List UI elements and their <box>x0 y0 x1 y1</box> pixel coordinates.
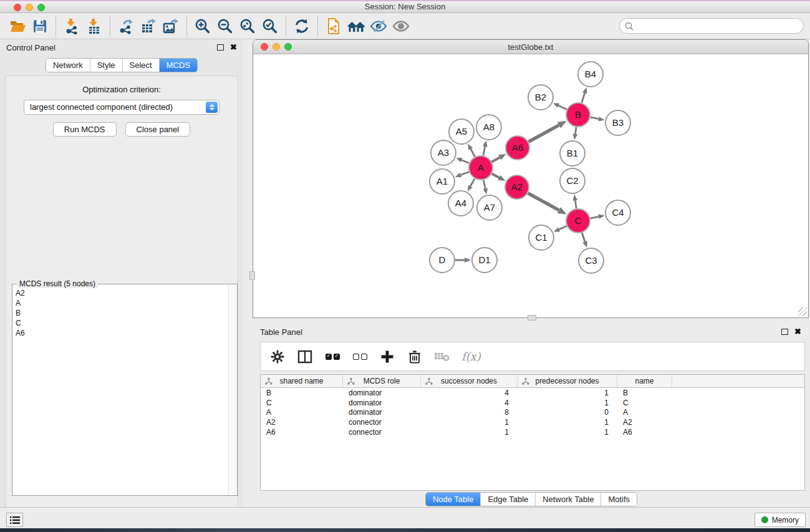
zoom-out-icon[interactable] <box>214 15 236 37</box>
table-cell[interactable]: A <box>261 408 343 417</box>
open-file-icon[interactable] <box>6 15 29 37</box>
float-table-panel-icon[interactable] <box>781 329 788 335</box>
table-cell[interactable]: B <box>617 389 672 397</box>
close-panel-button[interactable]: Close panel <box>125 122 191 137</box>
graph-edge[interactable] <box>529 125 559 142</box>
table-cell[interactable]: 1 <box>421 428 518 437</box>
graph-edge[interactable] <box>492 157 500 162</box>
minimize-network-icon[interactable] <box>272 43 280 51</box>
memory-button[interactable]: Memory <box>755 513 806 527</box>
table-cell[interactable]: C <box>261 399 343 407</box>
table-cell[interactable]: 4 <box>421 399 518 407</box>
table-cell[interactable]: A6 <box>261 428 343 437</box>
column-header[interactable]: successor nodes <box>421 375 518 387</box>
graph-edge[interactable] <box>461 172 469 175</box>
export-image-icon[interactable] <box>160 15 182 37</box>
vertical-scroll-thumb[interactable] <box>249 271 255 280</box>
task-history-button[interactable] <box>6 513 23 527</box>
graph-edge[interactable] <box>575 200 576 208</box>
graph-edge[interactable] <box>471 149 475 157</box>
result-item[interactable]: C <box>14 318 228 328</box>
table-cell[interactable]: connector <box>343 428 421 437</box>
close-network-icon[interactable] <box>261 43 268 51</box>
result-item[interactable]: B <box>14 308 228 318</box>
apply-layout-icon[interactable] <box>291 15 313 37</box>
deselect-all-icon[interactable] <box>352 347 368 366</box>
graph-edge[interactable] <box>582 93 585 103</box>
graph-edge[interactable] <box>576 127 577 134</box>
run-mcds-button[interactable]: Run MCDS <box>53 122 117 137</box>
close-table-panel-icon[interactable]: ✖ <box>794 329 801 335</box>
graph-edge[interactable] <box>528 193 559 211</box>
result-item[interactable]: A2 <box>14 288 228 298</box>
result-item[interactable]: A <box>14 298 228 308</box>
column-header[interactable]: predecessor nodes <box>518 375 617 387</box>
criterion-dropdown[interactable]: largest connected component (directed) <box>24 100 219 115</box>
tab-motifs[interactable]: Motifs <box>601 493 637 506</box>
save-session-icon[interactable] <box>29 15 51 37</box>
delete-table-icon[interactable] <box>434 347 450 366</box>
columns-icon[interactable] <box>297 347 313 366</box>
table-cell[interactable]: 4 <box>421 389 518 397</box>
function-builder-icon[interactable]: f(x) <box>461 347 481 366</box>
network-window-titlebar[interactable]: testGlobe.txt <box>253 40 808 54</box>
zoom-fit-icon[interactable] <box>236 15 259 37</box>
export-network-icon[interactable] <box>115 15 137 37</box>
network-canvas[interactable]: B4B2BB3A5A8A6A3AB1A1A2C2A4A7C4CC1DD1C3 <box>253 54 808 317</box>
table-cell[interactable]: 1 <box>518 389 617 397</box>
float-panel-icon[interactable] <box>217 44 224 51</box>
table-cell[interactable]: 1 <box>518 399 617 407</box>
table-cell[interactable]: dominator <box>343 389 421 397</box>
search-input[interactable] <box>637 21 803 31</box>
gear-icon[interactable] <box>269 347 286 366</box>
zoom-network-icon[interactable] <box>284 43 292 51</box>
table-cell[interactable]: 1 <box>421 418 518 427</box>
column-header[interactable]: MCDS role <box>343 375 421 387</box>
minimize-window-icon[interactable] <box>26 4 33 11</box>
graph-edge[interactable] <box>591 216 599 218</box>
table-cell[interactable]: A6 <box>617 428 672 437</box>
table-cell[interactable]: 0 <box>518 408 617 417</box>
import-network-icon[interactable] <box>60 15 83 37</box>
zoom-selected-icon[interactable] <box>259 15 281 37</box>
graph-edge[interactable] <box>483 147 485 156</box>
close-window-icon[interactable] <box>14 4 21 11</box>
table-cell[interactable]: dominator <box>343 399 421 407</box>
result-item[interactable]: A6 <box>14 328 228 338</box>
column-header[interactable]: shared name <box>261 375 343 387</box>
tab-network[interactable]: Network <box>46 59 90 72</box>
show-graphics-icon[interactable] <box>390 15 412 37</box>
graph-edge[interactable] <box>591 117 599 119</box>
horizontal-scroll-thumb[interactable] <box>528 315 536 321</box>
table-cell[interactable]: dominator <box>343 408 421 417</box>
column-header[interactable]: name <box>617 375 672 387</box>
table-row[interactable]: Bdominator41B <box>261 388 804 398</box>
close-panel-icon[interactable]: ✖ <box>230 44 237 51</box>
table-row[interactable]: Cdominator41C <box>261 398 804 408</box>
graph-edge[interactable] <box>483 180 485 189</box>
table-cell[interactable]: 1 <box>518 418 617 427</box>
table-cell[interactable]: 8 <box>421 408 518 417</box>
tab-network-table[interactable]: Network Table <box>536 493 601 506</box>
graph-edge[interactable] <box>492 173 499 177</box>
add-column-icon[interactable] <box>379 347 395 366</box>
graph-edge[interactable] <box>582 233 585 242</box>
tab-style[interactable]: Style <box>90 59 123 72</box>
graph-edge[interactable] <box>559 226 567 230</box>
table-cell[interactable]: C <box>617 399 672 407</box>
delete-column-icon[interactable] <box>407 347 423 366</box>
home-icon[interactable] <box>345 15 367 37</box>
zoom-window-icon[interactable] <box>37 4 45 11</box>
tab-node-table[interactable]: Node Table <box>426 493 481 506</box>
graph-edge[interactable] <box>559 105 567 109</box>
network-file-icon[interactable] <box>322 15 345 37</box>
search-field[interactable] <box>619 18 804 34</box>
tab-select[interactable]: Select <box>123 59 160 72</box>
table-cell[interactable]: B <box>261 389 343 397</box>
zoom-in-icon[interactable] <box>191 15 214 37</box>
table-cell[interactable]: A <box>617 408 672 417</box>
export-table-icon[interactable] <box>137 15 160 37</box>
resize-grip[interactable] <box>798 307 807 316</box>
table-row[interactable]: A2connector11A2 <box>261 417 804 427</box>
table-row[interactable]: Adominator80A <box>261 408 804 418</box>
